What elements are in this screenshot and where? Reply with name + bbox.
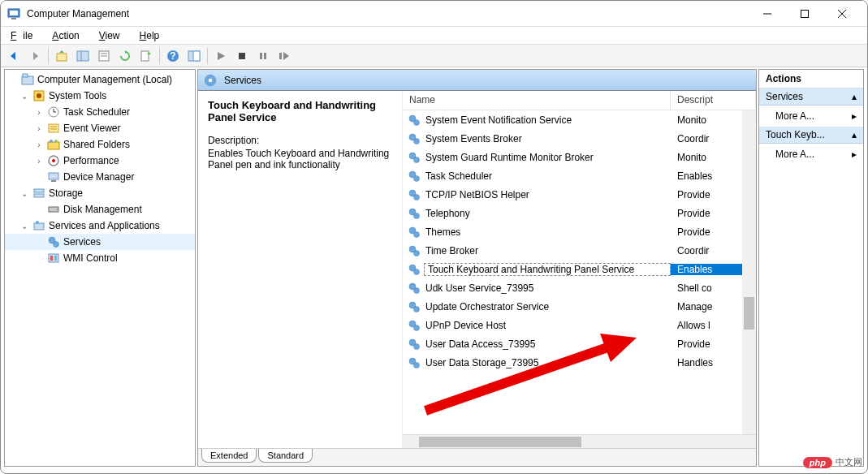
svg-point-42 [56,209,58,210]
watermark: php 中文网 [803,456,862,468]
svg-rect-48 [50,256,53,261]
service-gear-icon [408,263,421,276]
svg-rect-13 [141,51,149,61]
tree-event-viewer[interactable]: ›Event Viewer [5,120,195,136]
toolbar: ? [1,45,867,67]
menu-action[interactable]: Action [49,28,82,43]
chevron-right-icon: ▸ [852,110,857,122]
service-row[interactable]: Task SchedulerEnables [403,166,756,185]
service-name: Time Broker [424,245,671,256]
svg-point-77 [414,343,420,349]
tree-panel: Computer Management (Local) ⌄System Tool… [4,69,196,467]
forward-button[interactable] [25,47,45,65]
service-row[interactable]: Touch Keyboard and Handwriting Panel Ser… [403,260,756,278]
service-gear-icon [408,356,421,369]
tab-extended[interactable]: Extended [201,449,257,463]
titlebar: Computer Management [1,1,867,27]
tree-services[interactable]: Services [5,234,195,250]
menu-help[interactable]: Help [136,28,163,43]
svg-rect-17 [193,51,200,61]
help-button[interactable]: ? [163,47,183,65]
service-gear-icon [408,282,421,295]
up-button[interactable] [52,47,71,65]
stop-button[interactable] [232,47,252,65]
service-row[interactable]: User Data Storage_73995Handles [403,353,756,372]
maximize-button[interactable] [786,1,823,27]
pause-button[interactable] [253,47,273,65]
minimize-button[interactable] [749,1,786,27]
properties-button[interactable] [94,47,114,65]
column-name[interactable]: Name [403,91,671,110]
service-row[interactable]: System Events BrokerCoordir [403,129,756,148]
svg-point-73 [414,306,420,312]
menu-file[interactable]: File [7,28,36,43]
actions-more-1[interactable]: More A...▸ [759,106,863,127]
restart-button[interactable] [274,47,294,65]
show-hide-button[interactable] [73,47,93,65]
column-description[interactable]: Descript [671,91,756,110]
actions-section-services[interactable]: Services▴ [759,88,863,106]
service-name: UPnP Device Host [424,320,671,331]
tree-services-apps[interactable]: ⌄Services and Applications [5,218,195,234]
tree-task-scheduler[interactable]: ›Task Scheduler [5,104,195,120]
close-button[interactable] [823,1,861,27]
view-button[interactable] [184,47,204,65]
svg-rect-23 [23,74,28,77]
services-panel: Services Touch Keyboard and Handwriting … [197,69,757,467]
service-row[interactable]: ThemesProvide [403,222,756,241]
service-row[interactable]: TelephonyProvide [403,204,756,222]
tree-system-tools[interactable]: ⌄System Tools [5,88,195,104]
vertical-scrollbar[interactable] [742,110,756,434]
service-detail-title: Touch Keyboard and Handwriting Panel Ser… [208,99,392,123]
service-row[interactable]: TCP/IP NetBIOS HelperProvide [403,185,756,204]
svg-rect-4 [801,10,809,17]
watermark-pill: php [803,457,832,468]
service-name: System Event Notification Service [424,114,671,126]
menubar: File Action View Help [1,27,867,45]
tree-shared-folders[interactable]: ›Shared Folders [5,136,195,153]
collapse-icon: ▴ [852,91,857,102]
service-row[interactable]: Update Orchestrator ServiceManage [403,297,756,316]
svg-point-33 [50,140,53,143]
service-row[interactable]: Time BrokerCoordir [403,241,756,260]
gear-icon [203,73,218,88]
service-gear-icon [408,114,421,127]
play-button[interactable] [211,47,231,65]
tab-standard[interactable]: Standard [258,449,313,463]
service-row[interactable]: System Guard Runtime Monitor BrokerMonit… [403,148,756,166]
export-button[interactable] [136,47,156,65]
svg-rect-8 [77,51,89,61]
service-detail-pane: Touch Keyboard and Handwriting Panel Ser… [198,91,403,448]
refresh-button[interactable] [115,47,135,65]
service-row[interactable]: UPnP Device HostAllows l [403,316,756,334]
collapse-icon: ▴ [852,129,857,140]
horizontal-scrollbar[interactable] [403,434,756,448]
services-list: Name Descript System Event Notification … [403,91,756,448]
actions-more-2[interactable]: More A...▸ [759,144,863,165]
svg-point-59 [414,175,420,181]
tree-disk-management[interactable]: Disk Management [5,201,195,218]
service-row[interactable]: User Data Access_73995Provide [403,334,756,353]
tree-performance[interactable]: ›Performance [5,153,195,169]
svg-point-61 [414,194,420,200]
window-title: Computer Management [27,8,749,19]
tree-storage[interactable]: ⌄Storage [5,185,195,201]
tree-root[interactable]: Computer Management (Local) [5,71,195,88]
svg-point-51 [209,78,213,82]
tree-device-manager[interactable]: Device Manager [5,169,195,185]
service-name: Telephony [424,208,671,219]
svg-point-63 [414,213,420,218]
svg-point-25 [37,93,41,98]
menu-view[interactable]: View [96,28,123,43]
chevron-right-icon: ▸ [852,149,857,160]
service-row[interactable]: Udk User Service_73995Shell co [403,278,756,297]
actions-section-touch[interactable]: Touch Keyb...▴ [759,127,863,144]
service-row[interactable]: System Event Notification ServiceMonito [403,110,756,129]
svg-text:?: ? [170,50,175,62]
svg-rect-43 [34,223,44,230]
tree-wmi-control[interactable]: WMI Control [5,250,195,266]
services-header-label: Services [224,75,261,86]
actions-panel: Actions Services▴ More A...▸ Touch Keyb.… [758,69,864,467]
back-button[interactable] [4,47,24,65]
svg-point-44 [36,221,39,224]
